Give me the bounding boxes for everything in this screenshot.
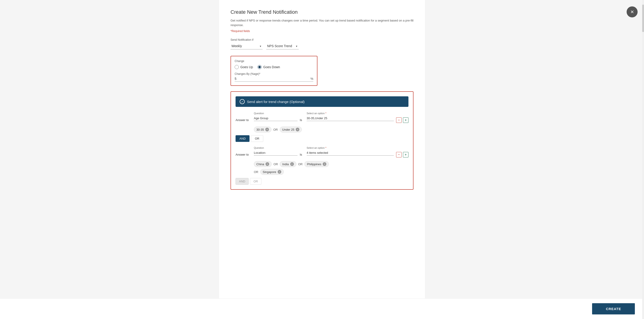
send-notification-label: Send Notification if: [230, 38, 414, 42]
filter-remove-button-2[interactable]: −: [396, 152, 402, 157]
goes-down-option[interactable]: Goes Down: [258, 65, 280, 69]
tag-remove-under-25[interactable]: ×: [296, 128, 299, 131]
frequency-type-row: Weekly Monthly Daily NPS Score Trend Res…: [230, 43, 414, 50]
frequency-dropdown[interactable]: Weekly Monthly Daily: [230, 43, 262, 50]
type-dropdown[interactable]: NPS Score Trend Response Trend: [266, 43, 299, 50]
select-option-group-1: Select an option *: [307, 112, 394, 121]
tags-row-2b: OR Singapore ×: [254, 169, 408, 175]
filter-add-button-2[interactable]: +: [403, 152, 408, 157]
tag-china: China ×: [254, 161, 272, 167]
filter-row-2: Answer to Question Is Select an option *…: [236, 146, 408, 157]
alert-section: ✓ Send alert for trend change (Optional)…: [230, 91, 414, 190]
tag-under-25: Under 25 ×: [280, 127, 302, 133]
tag-remove-30-35[interactable]: ×: [265, 128, 269, 131]
question-input-1[interactable]: [254, 116, 298, 121]
tags-row-1: 30-35 × OR Under 25 ×: [254, 127, 408, 133]
question-field-2: Question: [254, 146, 298, 156]
scrollbar-thumb[interactable]: [642, 5, 644, 32]
answer-to-label-2: Answer to: [236, 146, 252, 156]
changes-by-input[interactable]: [235, 77, 310, 81]
tag-remove-singapore[interactable]: ×: [278, 170, 281, 174]
bottom-and-or-row: AND OR: [236, 178, 408, 185]
frequency-dropdown-wrapper: Weekly Monthly Daily: [230, 43, 262, 50]
radio-group: Goes Up Goes Down: [235, 65, 313, 69]
change-box: Change Goes Up Goes Down Changes By (%ag…: [230, 56, 318, 86]
question-input-2[interactable]: [254, 150, 298, 156]
alert-header: ✓ Send alert for trend change (Optional): [236, 96, 408, 107]
select-option-group-2: Select an option *: [307, 146, 394, 156]
page-title: Create New Trend Notification: [230, 9, 414, 15]
alert-header-label: Send alert for trend change (Optional): [247, 100, 304, 104]
bottom-and-button[interactable]: AND: [236, 178, 248, 185]
select-option-label-1: Select an option *: [307, 112, 394, 115]
tag-30-35: 30-35 ×: [254, 127, 272, 133]
question-field-1: Question: [254, 112, 298, 121]
create-button[interactable]: CREATE: [592, 303, 635, 314]
bottom-or-button[interactable]: OR: [250, 178, 262, 185]
goes-up-radio[interactable]: [235, 65, 239, 69]
percent-symbol: %: [310, 77, 313, 81]
goes-up-label: Goes Up: [240, 65, 253, 69]
tag-philippines: Philippines ×: [304, 161, 329, 167]
question-col-label-1: Question: [254, 112, 298, 115]
tags-row-2: China × OR India × OR Philippines ×: [254, 161, 408, 167]
question-col-label-2: Question: [254, 146, 298, 149]
change-label: Change: [235, 60, 313, 63]
filter-actions-2: − +: [396, 146, 408, 157]
description-text: Get notified if NPS or response trends c…: [230, 18, 414, 27]
answer-to-label-1: Answer to: [236, 112, 252, 122]
or-button[interactable]: OR: [251, 135, 263, 142]
goes-up-option[interactable]: Goes Up: [235, 65, 253, 69]
tag-remove-china[interactable]: ×: [266, 162, 269, 166]
filter-add-button-1[interactable]: +: [403, 117, 408, 123]
filter-remove-button-1[interactable]: −: [396, 117, 402, 123]
or-label-india-philippines: OR: [298, 162, 303, 166]
and-button[interactable]: AND: [236, 135, 250, 142]
tag-remove-philippines[interactable]: ×: [323, 162, 326, 166]
is-label-2: Is: [300, 146, 304, 156]
changes-by-label: Changes By (%age)*: [235, 72, 313, 76]
select-option-input-2[interactable]: [307, 150, 394, 156]
or-label-china-india: OR: [274, 162, 278, 166]
or-label-singapore: OR: [254, 170, 258, 174]
select-option-label-2: Select an option *: [307, 146, 394, 149]
tag-singapore: Singapore ×: [260, 169, 284, 175]
select-option-input-1[interactable]: [307, 116, 394, 121]
goes-down-radio[interactable]: [258, 65, 262, 69]
is-label-1: Is: [300, 112, 304, 122]
changes-by-row: %: [235, 77, 313, 82]
tag-india: India ×: [280, 161, 296, 167]
or-label-1: OR: [273, 128, 278, 131]
filter-row-1: Answer to Question Is Select an option *…: [236, 112, 408, 123]
filter-actions-1: − +: [396, 112, 408, 123]
scrollbar-track: [642, 0, 644, 319]
required-label: *Required fields: [230, 30, 414, 33]
goes-down-label: Goes Down: [263, 65, 280, 69]
close-button[interactable]: ✕: [626, 7, 638, 18]
tag-remove-india[interactable]: ×: [290, 162, 294, 166]
alert-check-icon: ✓: [240, 99, 245, 104]
type-dropdown-wrapper: NPS Score Trend Response Trend: [266, 43, 299, 50]
footer: CREATE: [0, 298, 644, 319]
and-or-row: AND OR: [236, 135, 408, 142]
modal-container: ✕ Create New Trend Notification Get noti…: [219, 0, 425, 319]
